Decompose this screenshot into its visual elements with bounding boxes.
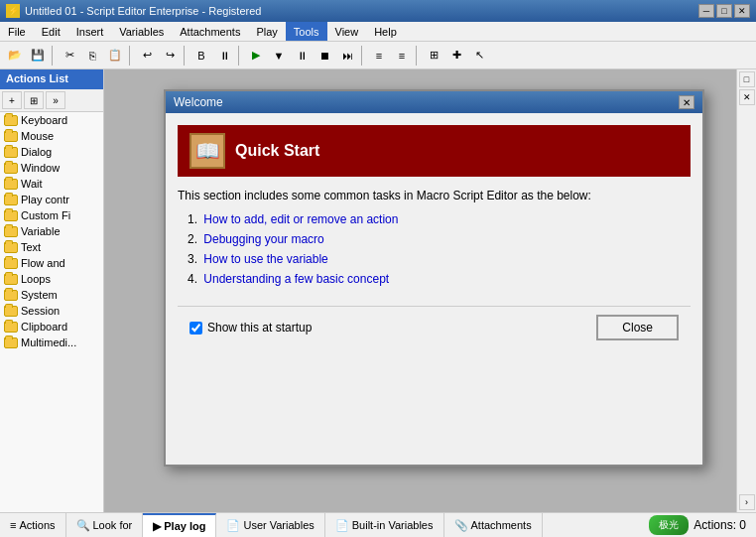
sidebar-item-mouse[interactable]: Mouse: [0, 128, 103, 144]
toolbar-outdent[interactable]: ≡: [391, 45, 413, 67]
sidebar-item-wait[interactable]: Wait: [0, 176, 103, 192]
toolbar-step[interactable]: ⏭: [336, 45, 358, 67]
maximize-button[interactable]: □: [716, 4, 732, 18]
status-bar: ≡ Actions 🔍 Look for ▶ Play log 📄 User V…: [0, 512, 756, 537]
sidebar-item-session[interactable]: Session: [0, 303, 103, 319]
menu-variables[interactable]: Variables: [111, 22, 172, 41]
look-for-icon: 🔍: [76, 519, 90, 532]
tab-user-variables[interactable]: 📄 User Variables: [216, 513, 324, 537]
list-item-3[interactable]: 3. How to use the variable: [188, 252, 691, 266]
main-layout: Actions List + ⊞ » Keyboard Mouse Dialog…: [0, 69, 756, 512]
window-controls: ─ □ ✕: [698, 4, 750, 18]
sidebar-item-dialog[interactable]: Dialog: [0, 144, 103, 160]
title-bar: ⚡ Untitled 01 - Script Editor Enterprise…: [0, 0, 756, 22]
sidebar-btn-1[interactable]: +: [2, 91, 22, 109]
toolbar-redo[interactable]: ↪: [159, 45, 181, 67]
sidebar-item-system[interactable]: System: [0, 287, 103, 303]
toolbar-bold[interactable]: B: [190, 45, 212, 67]
folder-icon: [4, 210, 18, 221]
play-log-icon: ▶: [153, 520, 161, 533]
sidebar-item-window[interactable]: Window: [0, 160, 103, 176]
right-panel-btn-2[interactable]: ✕: [739, 89, 755, 105]
toolbar-undo[interactable]: ↩: [136, 45, 158, 67]
book-icon: 📖: [189, 133, 225, 169]
folder-icon: [4, 274, 18, 285]
folder-icon: [4, 163, 18, 174]
folder-icon: [4, 179, 18, 190]
toolbar-sep-4: [238, 46, 242, 66]
close-button[interactable]: Close: [596, 315, 679, 340]
close-window-button[interactable]: ✕: [734, 4, 750, 18]
folder-icon: [4, 147, 18, 158]
attachments-icon: 📎: [454, 519, 468, 532]
tab-attachments[interactable]: 📎 Attachments: [444, 513, 543, 537]
modal-footer: Show this at startup Close: [178, 306, 691, 348]
toolbar-sep-1: [52, 46, 56, 66]
tab-look-for[interactable]: 🔍 Look for: [66, 513, 144, 537]
welcome-dialog: Welcome ✕ 📖 Quick Start This section inc…: [164, 89, 704, 467]
list-item-4[interactable]: 4. Understanding a few basic concept: [188, 272, 691, 286]
folder-icon: [4, 226, 18, 237]
modal-title: Welcome: [174, 95, 679, 109]
list-item-1[interactable]: 1. How to add, edit or remove an action: [188, 212, 691, 226]
startup-checkbox[interactable]: [189, 322, 202, 335]
menu-view[interactable]: View: [327, 22, 367, 41]
tab-play-log[interactable]: ▶ Play log: [143, 513, 216, 537]
sidebar-item-loops[interactable]: Loops: [0, 271, 103, 287]
menu-edit[interactable]: Edit: [34, 22, 68, 41]
toolbar-copy[interactable]: ⎘: [81, 45, 103, 67]
sidebar-header: Actions List: [0, 69, 103, 89]
modal-close-icon-btn[interactable]: ✕: [679, 95, 694, 109]
toolbar-cursor[interactable]: ↖: [468, 45, 490, 67]
toolbar-sep-5: [361, 46, 365, 66]
folder-icon: [4, 115, 18, 126]
menu-tools[interactable]: Tools: [286, 22, 327, 41]
tab-builtin-variables[interactable]: 📄 Built-in Variables: [325, 513, 444, 537]
startup-checkbox-row: Show this at startup: [189, 321, 312, 335]
user-vars-icon: 📄: [226, 519, 240, 532]
toolbar: 📂 💾 ✂ ⎘ 📋 ↩ ↪ B ⏸ ▶ ▼ ⏸ ⏹ ⏭ ≡ ≡ ⊞ ✚ ↖: [0, 42, 756, 69]
toolbar-cut[interactable]: ✂: [59, 45, 80, 67]
right-panel-btn-1[interactable]: □: [739, 71, 755, 87]
sidebar-item-variable[interactable]: Variable: [0, 223, 103, 239]
toolbar-indent[interactable]: ≡: [368, 45, 390, 67]
toolbar-paste[interactable]: 📋: [104, 45, 126, 67]
startup-label: Show this at startup: [207, 321, 312, 335]
folder-icon: [4, 195, 18, 205]
sidebar-item-text[interactable]: Text: [0, 239, 103, 255]
modal-body: 📖 Quick Start This section includes some…: [166, 113, 702, 360]
tab-actions[interactable]: ≡ Actions: [0, 513, 66, 537]
toolbar-pause2[interactable]: ⏸: [291, 45, 313, 67]
builtin-vars-icon: 📄: [335, 519, 349, 532]
sidebar-item-flow[interactable]: Flow and: [0, 255, 103, 271]
toolbar-play[interactable]: ▶: [245, 45, 267, 67]
menu-play[interactable]: Play: [248, 22, 285, 41]
list-item-2[interactable]: 2. Debugging your macro: [188, 232, 691, 246]
toolbar-save[interactable]: 💾: [27, 45, 49, 67]
toolbar-grid[interactable]: ⊞: [423, 45, 444, 67]
link-list: 1. How to add, edit or remove an action …: [178, 212, 691, 286]
menu-attachments[interactable]: Attachments: [172, 22, 248, 41]
sidebar-toolbar: + ⊞ »: [0, 89, 103, 112]
folder-icon: [4, 337, 18, 348]
menu-insert[interactable]: Insert: [68, 22, 112, 41]
minimize-button[interactable]: ─: [698, 4, 714, 18]
sidebar-item-play-control[interactable]: Play contr: [0, 192, 103, 207]
toolbar-add[interactable]: ✚: [445, 45, 467, 67]
right-panel-expand[interactable]: ›: [739, 494, 755, 510]
menu-help[interactable]: Help: [366, 22, 405, 41]
folder-icon: [4, 306, 18, 317]
toolbar-play-dropdown[interactable]: ▼: [268, 45, 290, 67]
toolbar-stop[interactable]: ⏹: [314, 45, 335, 67]
sidebar-item-keyboard[interactable]: Keyboard: [0, 112, 103, 128]
menu-file[interactable]: File: [0, 22, 34, 41]
menu-bar: File Edit Insert Variables Attachments P…: [0, 22, 756, 42]
modal-title-bar: Welcome ✕: [166, 91, 702, 113]
sidebar-btn-3[interactable]: »: [46, 91, 65, 109]
sidebar-item-custom[interactable]: Custom Fi: [0, 207, 103, 223]
toolbar-pause[interactable]: ⏸: [213, 45, 235, 67]
toolbar-new[interactable]: 📂: [4, 45, 26, 67]
sidebar-item-multimedia[interactable]: Multimedi...: [0, 335, 103, 350]
sidebar-btn-2[interactable]: ⊞: [24, 91, 44, 109]
sidebar-item-clipboard[interactable]: Clipboard: [0, 319, 103, 335]
